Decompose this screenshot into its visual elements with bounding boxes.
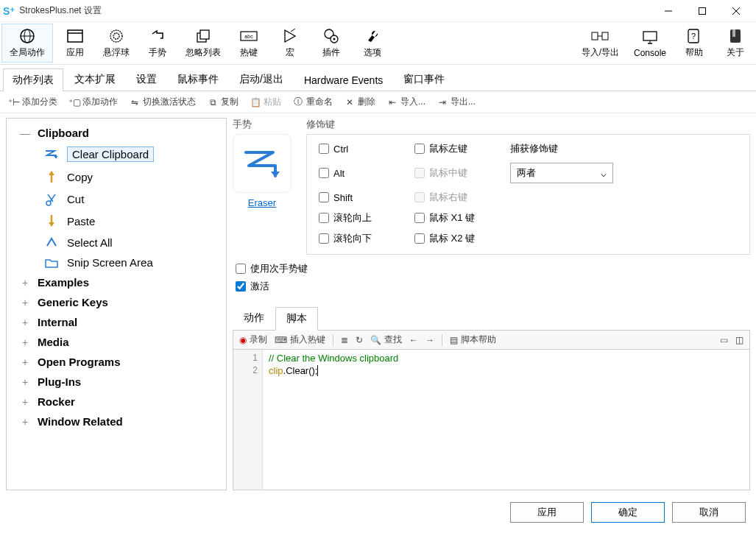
capture-modifier-combo[interactable]: 两者⌵	[510, 163, 613, 183]
tree-item-cut[interactable]: Cut	[8, 188, 225, 210]
toolbar-hotkeys[interactable]: abc 热键	[228, 22, 269, 64]
tab-mouse-events[interactable]: 鼠标事件	[168, 68, 228, 91]
checkbox-mouse-left[interactable]: 鼠标左键	[414, 142, 510, 155]
toolbar-import-export[interactable]: 导入/导出	[574, 22, 626, 64]
collapse-icon[interactable]: —	[20, 127, 30, 139]
expand-icon[interactable]: +	[20, 297, 30, 308]
gesture-section-label: 手势	[233, 118, 292, 131]
caret-up-icon	[43, 236, 60, 249]
tree-item-copy[interactable]: Copy	[8, 166, 225, 188]
maximize-button[interactable]	[685, 0, 719, 22]
tree-category[interactable]: +Open Programs	[8, 352, 225, 372]
toolbar-gestures[interactable]: 手势	[137, 22, 178, 64]
folder-icon	[43, 257, 60, 269]
tree-category[interactable]: +Generic Keys	[8, 292, 225, 312]
indent-button[interactable]: ≣	[341, 335, 348, 345]
find-button[interactable]: 🔍查找	[370, 333, 402, 346]
next-button[interactable]: →	[425, 335, 434, 345]
label: 删除	[358, 96, 375, 108]
checkbox-shift[interactable]: Shift	[319, 192, 414, 203]
toolbar-plugins[interactable]: 插件	[311, 22, 352, 64]
sync-icon: ↻	[356, 335, 363, 345]
tree-item-clear-clipboard[interactable]: Clear Clipboard	[8, 143, 225, 166]
checkbox-mouse-x1[interactable]: 鼠标 X1 键	[414, 211, 510, 225]
tree-category[interactable]: +Media	[8, 332, 225, 352]
tab-hardware-events[interactable]: Hardware Events	[294, 69, 392, 91]
import-button[interactable]: ⇤导入...	[384, 94, 428, 110]
code-editor[interactable]: 1 2 // Clear the Windows clipboard clip.…	[233, 350, 750, 490]
code-content[interactable]: // Clear the Windows clipboard clip.Clea…	[263, 350, 404, 490]
cancel-button[interactable]: 取消	[672, 502, 746, 523]
tree-item-label: Paste	[67, 215, 95, 227]
minimize-button[interactable]	[651, 0, 685, 22]
tab-actions-list[interactable]: 动作列表	[3, 68, 63, 91]
tab-action[interactable]: 动作	[233, 306, 275, 330]
export-button[interactable]: ⇥导出...	[434, 94, 478, 110]
apply-button[interactable]: 应用	[510, 502, 584, 523]
tab-window-events[interactable]: 窗口事件	[394, 68, 454, 91]
toolbar-applications[interactable]: 应用	[54, 22, 96, 64]
tree-category[interactable]: +Examples	[8, 272, 225, 292]
tree-category[interactable]: +Window Related	[8, 412, 225, 431]
expand-icon[interactable]: +	[20, 356, 30, 368]
tree-item-paste[interactable]: Paste	[8, 210, 225, 232]
delete-button[interactable]: ✕删除	[342, 94, 378, 110]
tree-category[interactable]: +Internal	[8, 312, 225, 332]
checkbox-alt[interactable]: Alt	[319, 168, 414, 179]
add-category-button[interactable]: ⁺⊢添加分类	[6, 94, 60, 110]
toolbar-macros[interactable]: 宏	[269, 22, 311, 64]
toolbar-label: 插件	[322, 46, 340, 59]
tree-label: Plug-Ins	[38, 375, 81, 388]
toolbar-global-actions[interactable]: 全局动作	[1, 24, 53, 63]
rename-button[interactable]: Ⓘ重命名	[290, 94, 336, 110]
toolbar-ignore-list[interactable]: 忽略列表	[178, 22, 228, 64]
svg-marker-15	[285, 30, 295, 42]
checkbox-mouse-x2[interactable]: 鼠标 X2 键	[414, 232, 510, 245]
gesture-preview[interactable]	[233, 134, 292, 193]
split-h-button[interactable]: ▭	[720, 335, 728, 345]
toolbar-about[interactable]: 关于	[715, 22, 756, 64]
close-button[interactable]	[719, 0, 753, 22]
label: 录制	[250, 333, 267, 346]
checkbox-secondary-gesture[interactable]: 使用次手势键	[236, 262, 750, 275]
expand-icon[interactable]: +	[20, 336, 30, 348]
toolbar-help[interactable]: ? 帮助	[674, 22, 715, 64]
tree-label: Open Programs	[38, 356, 121, 368]
copy-button[interactable]: ⧉复制	[205, 94, 241, 110]
tree-item-select-all[interactable]: Select All	[8, 232, 225, 253]
action-tree[interactable]: — Clipboard Clear Clipboard Copy Cut Pas…	[6, 118, 227, 490]
prev-button[interactable]: ←	[409, 335, 418, 345]
tree-item-snip[interactable]: Snip Screen Area	[8, 253, 225, 272]
expand-icon[interactable]: +	[20, 396, 30, 408]
tree-category-clipboard[interactable]: — Clipboard	[8, 123, 225, 143]
tree-category[interactable]: +Rocker	[8, 392, 225, 412]
checkbox-wheel-up[interactable]: 滚轮向上	[319, 211, 414, 225]
expand-icon[interactable]: +	[20, 416, 30, 428]
expand-icon[interactable]: +	[20, 277, 30, 289]
ok-button[interactable]: 确定	[591, 502, 665, 523]
script-help-button[interactable]: ▤脚本帮助	[450, 333, 496, 346]
expand-icon[interactable]: +	[20, 376, 30, 388]
split-v-button[interactable]: ◫	[735, 335, 743, 345]
gesture-name-link[interactable]: Eraser	[233, 197, 292, 208]
checkbox-ctrl[interactable]: Ctrl	[319, 144, 414, 155]
checkbox-activate[interactable]: 激活	[236, 280, 750, 293]
record-button[interactable]: ◉录制	[239, 333, 267, 346]
tab-start-exit[interactable]: 启动/退出	[230, 68, 293, 91]
toolbar-label: 宏	[286, 46, 294, 59]
toolbar-console[interactable]: Console	[626, 22, 674, 64]
expand-icon[interactable]: +	[20, 317, 30, 328]
tab-text-expansion[interactable]: 文本扩展	[65, 68, 125, 91]
gesture-zigzag-icon	[240, 145, 284, 182]
sync-button[interactable]: ↻	[356, 335, 363, 345]
globe-icon	[19, 27, 35, 45]
toggle-active-button[interactable]: ⇋切换激活状态	[127, 94, 199, 110]
tab-script[interactable]: 脚本	[275, 307, 318, 331]
add-action-button[interactable]: ⁺▢添加动作	[66, 94, 121, 110]
toolbar-floater[interactable]: 悬浮球	[96, 22, 137, 64]
toolbar-options[interactable]: 选项	[352, 22, 393, 64]
tab-settings[interactable]: 设置	[127, 68, 166, 91]
tree-category[interactable]: +Plug-Ins	[8, 372, 225, 392]
insert-hotkey-button[interactable]: ⌨插入热键	[275, 333, 325, 346]
checkbox-wheel-down[interactable]: 滚轮向下	[319, 232, 414, 245]
